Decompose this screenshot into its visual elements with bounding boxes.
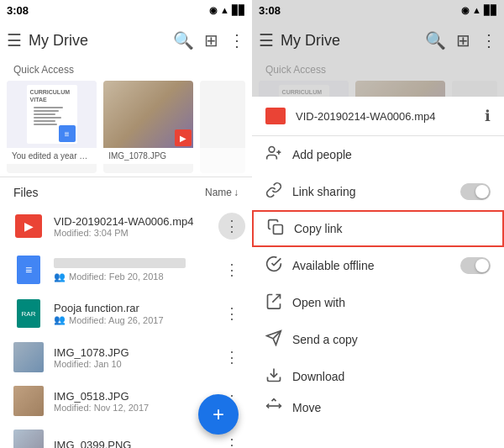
quick-access-label-left: Quick Access [0,61,252,81]
file-info-doc: 👥 Modified: Feb 20, 2018 [54,258,218,282]
offline-toggle[interactable] [460,257,491,274]
file-icon-img3 [13,430,44,448]
thumb-card-doc[interactable]: CURRICULUM VITAE ≡ You edited a year ago [7,81,97,173]
left-panel: 3:08 ◉ ▲ ▊▊ ☰ My Drive 🔍 ⊞ ⋮ Quick Acces… [0,0,252,448]
status-bar-left: 3:08 ◉ ▲ ▊▊ [0,0,252,20]
rar-icon: RAR [17,299,40,328]
drive-title-left: My Drive [29,32,166,50]
link-icon [265,182,292,203]
menu-item-download[interactable]: Download [252,358,504,395]
menu-item-open-with[interactable]: Open with [252,284,504,321]
offline-icon [265,256,292,277]
file-item-vid[interactable]: ▶ VID-20190214-WA0006.mp4 Modified: 3:04… [0,204,252,248]
file-icon-rar: RAR [13,298,44,329]
right-panel: 3:08 ◉ ▲ ▊▊ ☰ My Drive 🔍 ⊞ ⋮ Quick Acces… [252,0,504,448]
more-btn-img1[interactable]: ⋮ [218,344,245,371]
shared-icon-doc: 👥 [54,271,66,282]
file-info-vid: VID-20190214-WA0006.mp4 Modified: 3:04 P… [54,215,218,238]
thumb-card-photo[interactable]: ▶ IMG_1078.JPG [103,81,193,173]
copy-link-label: Copy link [294,222,489,235]
img-thumb-1 [13,342,44,372]
file-meta-img1: Modified: Jan 10 [54,359,218,369]
video-icon: ▶ [15,214,42,238]
file-item-rar[interactable]: RAR Pooja function.rar 👥 Modified: Aug 2… [0,292,252,335]
file-name-doc [54,258,186,268]
add-people-label: Add people [292,148,491,161]
file-meta-vid: Modified: 3:04 PM [54,228,218,238]
time-left: 3:08 [7,4,29,17]
more-btn-doc[interactable]: ⋮ [218,256,245,283]
file-name-img2: IMG_0518.JPG [54,390,218,403]
top-bar-left: ☰ My Drive 🔍 ⊞ ⋮ [0,20,252,61]
add-people-icon [265,145,292,166]
menu-item-send-copy[interactable]: Send a copy [252,321,504,358]
open-with-label: Open with [292,296,491,309]
link-sharing-toggle[interactable] [460,183,491,200]
shared-icon-rar: 👥 [54,314,66,325]
thumb-img-doc: CURRICULUM VITAE ≡ [7,81,97,148]
file-icon-vid: ▶ [13,211,44,241]
menu-item-add-people[interactable]: Add people [252,136,504,173]
sort-label: Name [205,187,232,198]
more-btn-rar[interactable]: ⋮ [218,300,245,327]
fab-button[interactable]: + [198,394,239,435]
file-icon-img1 [13,342,44,372]
photo-badge: ▶ [175,129,192,146]
menu-item-move[interactable]: Move [252,395,504,420]
search-icon-left[interactable]: 🔍 [173,30,194,50]
download-icon [265,366,292,387]
file-name-vid: VID-20190214-WA0006.mp4 [54,215,218,228]
context-header: VID-20190214-WA0006.mp4 ℹ [252,97,504,136]
status-icons-left: ◉ ▲ ▊▊ [209,5,245,16]
available-offline-label: Available offline [292,259,460,272]
menu-item-copy-link[interactable]: Copy link [252,210,504,247]
file-meta-img2: Modified: Nov 12, 2017 [54,403,218,413]
img-thumb-2 [13,386,44,416]
file-info-rar: Pooja function.rar 👥 Modified: Aug 26, 2… [54,302,218,325]
link-sharing-label: Link sharing [292,185,460,198]
copy-link-icon [267,219,294,240]
open-with-icon [265,293,292,314]
file-icon-img2 [13,386,44,416]
info-button[interactable]: ℹ [485,107,491,125]
doc-icon: ≡ [17,256,40,284]
img-thumb-3 [13,430,44,448]
wifi-icon: ▲ [220,5,229,15]
thumb-card-partial [200,81,245,173]
file-name-img3: IMG_0399.PNG [54,439,218,449]
thumb-photo-name: IMG_1078.JPG [103,148,193,164]
file-info-img1: IMG_1078.JPG Modified: Jan 10 [54,346,218,369]
file-item-doc[interactable]: ≡ 👥 Modified: Feb 20, 2018 ⋮ [0,248,252,292]
thumbnails-left: CURRICULUM VITAE ≡ You edited a year ago… [0,81,252,173]
top-bar-icons-left: 🔍 ⊞ ⋮ [173,30,245,50]
menu-item-link-sharing[interactable]: Link sharing [252,173,504,210]
sort-control[interactable]: Name ↓ [205,187,239,198]
file-meta-rar: 👥 Modified: Aug 26, 2017 [54,314,218,325]
thumb-img-photo: ▶ [103,81,193,148]
file-item-img1[interactable]: IMG_1078.JPG Modified: Jan 10 ⋮ [0,335,252,379]
move-label: Move [292,401,491,414]
download-label: Download [292,370,491,383]
svg-rect-3 [274,224,283,234]
more-btn-vid[interactable]: ⋮ [218,213,245,240]
files-header: Files Name ↓ [0,181,252,204]
file-icon-doc: ≡ [13,255,44,285]
file-meta-doc: 👥 Modified: Feb 20, 2018 [54,271,218,282]
more-icon-left[interactable]: ⋮ [228,30,245,50]
divider-left [0,177,252,177]
file-name-img1: IMG_1078.JPG [54,346,218,359]
send-copy-icon [265,329,292,350]
signal-icon: ◉ [209,5,218,16]
sort-arrow: ↓ [234,187,239,198]
menu-item-available-offline[interactable]: Available offline [252,247,504,284]
context-menu: VID-20190214-WA0006.mp4 ℹ Add people Lin… [252,97,504,448]
menu-icon-left[interactable]: ☰ [7,30,22,50]
file-info-img3: IMG_0399.PNG [54,439,218,449]
context-file-icon [265,108,286,124]
grid-icon-left[interactable]: ⊞ [204,30,218,50]
svg-point-0 [269,146,275,152]
move-icon [265,398,292,419]
files-label: Files [13,186,205,199]
send-copy-label: Send a copy [292,333,491,346]
file-name-rar: Pooja function.rar [54,302,218,314]
